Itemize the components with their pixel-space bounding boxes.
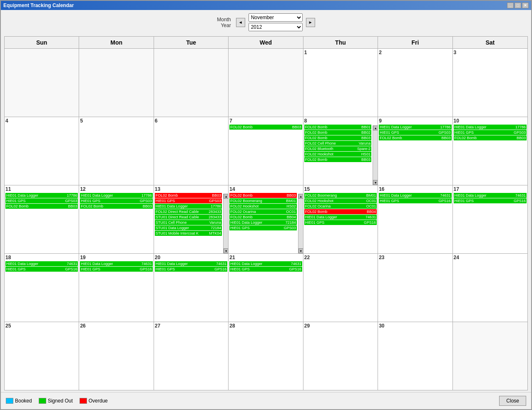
day-number: 8 (304, 118, 377, 124)
event: HIE01 GPS GPS16 (5, 267, 78, 272)
event: HIE01 Data Logger 74631 (80, 261, 152, 266)
day-number: 21 (229, 255, 302, 260)
month-select[interactable]: JanuaryFebruaryMarch AprilMayJune JulyAu… (249, 13, 303, 22)
booked-label: Booked (15, 398, 32, 404)
day-number: 24 (454, 255, 527, 260)
day-number: 28 (229, 323, 302, 329)
event: FOL02 Hookshot HS02 (229, 204, 296, 209)
day-number: 14 (229, 186, 302, 192)
day-cell-17: 17 HIE01 Data Logger 74631 HIE01 GPS GPS… (453, 185, 527, 253)
toolbar: Month Year ◄ JanuaryFebruaryMarch AprilM… (1, 10, 531, 35)
day-number: 22 (304, 255, 377, 260)
day-number: 1 (304, 50, 377, 55)
year-select[interactable]: 201020112012 20132014 (249, 23, 303, 31)
title-bar-buttons: _ □ ✕ (507, 2, 529, 8)
event: FOL02 Ocarina OC01 (229, 209, 296, 214)
day-cell-23: 23 (378, 254, 452, 322)
event: FOL02 Hookshot OC01 (304, 198, 377, 203)
day-cell-30: 30 (378, 322, 452, 390)
day-cell-14: 14 FOL02 Bomb BB03 FOL02 Boomerang BM01 (229, 185, 303, 253)
day-number: 26 (80, 323, 152, 329)
scroll-down[interactable]: ▼ (298, 248, 303, 253)
overdue-label: Overdue (89, 398, 108, 404)
day-cell-19: 19 HIE01 Data Logger 74631 HIE01 GPS GPS… (79, 254, 154, 322)
legend: Booked Signed Out Overdue (6, 398, 108, 404)
calendar: Sun Mon Tue Wed Thu Fri Sat 1 (4, 36, 528, 390)
month-year-label: Month Year (217, 17, 231, 28)
day-cell-empty (229, 49, 303, 117)
scroll-indicator: ▲ ▼ (373, 125, 378, 185)
event: HIE01 Data Logger 74631 (304, 215, 377, 220)
event: FOL02 Bomb BB03 (304, 157, 371, 162)
header-fri: Fri (378, 37, 452, 49)
event: HIE01 Data Logger 17786 (454, 125, 527, 130)
event: HIE01 Data Logger 17786 (379, 125, 451, 130)
next-button[interactable]: ► (306, 18, 315, 27)
footer: Booked Signed Out Overdue Close (1, 392, 531, 409)
day-cell-29: 29 (303, 322, 378, 390)
scroll-indicator: ▲ ▼ (298, 194, 303, 253)
close-button[interactable]: Close (499, 396, 526, 406)
day-cell-empty (154, 49, 229, 117)
day-cell-2: 2 (378, 49, 452, 117)
day-cell-27: 27 (154, 322, 229, 390)
close-window-button[interactable]: ✕ (522, 2, 529, 8)
day-number: 18 (5, 255, 78, 260)
month-label: Month (217, 17, 231, 22)
prev-button[interactable]: ◄ (236, 18, 245, 27)
day-number: 17 (454, 186, 527, 192)
event: HIE01 Data Logger 74631 (454, 193, 527, 198)
year-label: Year (221, 22, 231, 28)
week-row-4: 18 HIE01 Data Logger 74631 HIE01 GPS GPS… (5, 254, 527, 322)
day-number: 6 (155, 118, 227, 124)
event: FOL02 Bomb BB03 (5, 204, 78, 209)
legend-booked: Booked (6, 398, 32, 404)
day-cell-24: 24 (453, 254, 527, 322)
day-number: 15 (304, 186, 377, 192)
day-number: 30 (379, 323, 451, 329)
event: FOL02 Bomb BB03 (155, 193, 222, 198)
day-cell-22: 22 (303, 254, 378, 322)
event: STU01 Data Logger 72184 (155, 225, 222, 230)
day-number: 7 (229, 118, 302, 124)
scroll-up[interactable]: ▲ (298, 194, 303, 199)
day-number: 12 (80, 186, 152, 192)
calendar-grid: 1 2 3 4 5 (5, 49, 527, 390)
scroll-down[interactable]: ▼ (373, 180, 378, 185)
legend-overdue: Overdue (80, 398, 108, 404)
day-number: 9 (379, 118, 451, 124)
scroll-up[interactable]: ▲ (224, 194, 229, 199)
event: FOL02 Bomb BB01 (304, 125, 371, 130)
day-cell-15: 15 FOL02 Boomerang BM01 FOL02 Hookshot O… (303, 185, 378, 253)
day-number: 20 (155, 255, 227, 260)
event: HIE01 GPS GPS16 (304, 220, 377, 225)
event: FOL02 Direct Read Cable 283433 (155, 209, 222, 214)
minimize-button[interactable]: _ (507, 2, 514, 8)
event: HIE01 GPS GPS03 (80, 198, 152, 203)
day-cell-21: 21 HIE01 Data Logger 74631 HIE01 GPS GPS… (229, 254, 303, 322)
event: FOL02 Ocarina OC01 (304, 204, 377, 209)
event: FOL02 Bomb BB03 (454, 135, 527, 140)
scroll-up[interactable]: ▲ (373, 125, 378, 130)
day-cell-6: 6 (154, 117, 229, 185)
event: FOL02 Bomb BB03 (229, 125, 302, 130)
event: HIE01 GPS GPS16 (454, 198, 527, 203)
event: HIE01 Data Logger 17786 (80, 193, 152, 198)
scroll-down[interactable]: ▼ (224, 248, 229, 253)
maximize-button[interactable]: □ (515, 2, 521, 8)
day-number: 27 (155, 323, 227, 329)
event: STU01 Direct Read Cable 283433 (155, 215, 222, 220)
week-row-3: 11 HIE01 Data Logger 17786 HIE01 GPS GPS… (5, 185, 527, 254)
event: HIE01 Data Logger 74631 (379, 193, 451, 198)
day-number: 11 (5, 186, 78, 192)
day-cell-9: 9 HIE01 Data Logger 17786 HIE01 GPS GPS0… (378, 117, 452, 185)
day-cell-empty (453, 322, 527, 390)
day-number: 23 (379, 255, 451, 260)
event: HIE01 Data Logger 74631 (229, 261, 302, 266)
title-bar: Equipment Tracking Calendar _ □ ✕ (1, 1, 531, 10)
header-wed: Wed (229, 37, 303, 49)
header-mon: Mon (79, 37, 154, 49)
day-cell-5: 5 (79, 117, 154, 185)
header-thu: Thu (303, 37, 378, 49)
event: HIE01 Data Logger 17786 (5, 193, 78, 198)
